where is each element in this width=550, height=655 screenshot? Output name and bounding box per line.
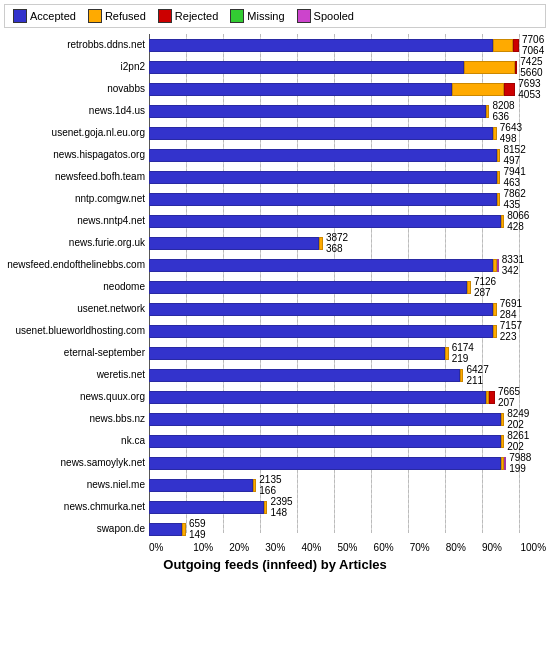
x-label-2: 20%	[221, 542, 257, 553]
bar-value-labels-10: 8331342	[502, 254, 524, 276]
bar-value-bottom: 199	[509, 463, 531, 474]
bar-segment-accepted	[149, 105, 486, 118]
bar-segment-accepted	[149, 369, 460, 382]
bar-segment-rejected	[504, 83, 515, 96]
bar-value-top: 8249	[507, 408, 529, 419]
x-label-10: 100%	[510, 542, 546, 553]
bar-value-bottom: 202	[507, 441, 529, 452]
bar-value-labels-1: 74255660	[520, 56, 542, 78]
bar-segment-refused	[253, 479, 257, 492]
bar-segment-accepted	[149, 281, 467, 294]
bar-value-labels-8: 8066428	[507, 210, 529, 232]
bar-segment-refused	[182, 523, 186, 536]
bars-container: 7706706474255660769340538208636764349881…	[149, 34, 546, 540]
bar-row-11: 7126287	[149, 276, 546, 298]
bar-value-bottom: 287	[474, 287, 496, 298]
y-label-5: news.hispagatos.org	[4, 144, 149, 166]
bar-value-labels-16: 7665207	[498, 386, 520, 408]
bar-value-labels-13: 7157223	[500, 320, 522, 342]
bar-row-22: 659149	[149, 518, 546, 540]
bar-segment-spooled	[504, 457, 506, 470]
bar-value-top: 3872	[326, 232, 348, 243]
bar-segment-accepted	[149, 237, 319, 250]
bar-value-top: 8261	[507, 430, 529, 441]
bar-value-labels-9: 3872368	[326, 232, 348, 254]
bar-segment-refused	[452, 83, 504, 96]
bar-value-top: 7665	[498, 386, 520, 397]
bar-value-bottom: 284	[500, 309, 522, 320]
x-label-9: 90%	[474, 542, 510, 553]
y-label-7: nntp.comgw.net	[4, 188, 149, 210]
y-label-12: usenet.network	[4, 298, 149, 320]
y-label-9: news.furie.org.uk	[4, 232, 149, 254]
bar-value-top: 7157	[500, 320, 522, 331]
bar-value-top: 7941	[503, 166, 525, 177]
bar-value-labels-4: 7643498	[500, 122, 522, 144]
bar-value-top: 7693	[518, 78, 540, 89]
y-label-16: news.quux.org	[4, 386, 149, 408]
bar-segment-spooled	[497, 259, 499, 272]
bar-segment-refused	[445, 347, 449, 360]
bar-row-13: 7157223	[149, 320, 546, 342]
legend-accepted: Accepted	[13, 9, 76, 23]
bar-segment-accepted	[149, 479, 253, 492]
bar-segment-accepted	[149, 215, 501, 228]
legend-label-missing: Missing	[247, 10, 284, 22]
legend: Accepted Refused Rejected Missing Spoole…	[4, 4, 546, 28]
y-label-0: retrobbs.ddns.net	[4, 34, 149, 56]
bar-segment-accepted	[149, 127, 493, 140]
bar-row-8: 8066428	[149, 210, 546, 232]
bar-segment-accepted	[149, 83, 452, 96]
bar-row-19: 7988199	[149, 452, 546, 474]
x-label-4: 40%	[293, 542, 329, 553]
bar-row-21: 2395148	[149, 496, 546, 518]
bar-value-top: 8208	[492, 100, 514, 111]
bar-row-3: 8208636	[149, 100, 546, 122]
bar-row-1: 74255660	[149, 56, 546, 78]
bar-value-labels-3: 8208636	[492, 100, 514, 122]
y-label-10: newsfeed.endofthelinebbs.com	[4, 254, 149, 276]
bar-value-bottom: 368	[326, 243, 348, 254]
bar-segment-accepted	[149, 149, 497, 162]
bar-segment-accepted	[149, 435, 501, 448]
bar-value-top: 6174	[452, 342, 474, 353]
bar-value-top: 7425	[520, 56, 542, 67]
legend-color-missing	[230, 9, 244, 23]
x-label-6: 60%	[366, 542, 402, 553]
bar-value-bottom: 498	[500, 133, 522, 144]
bar-value-bottom: 4053	[518, 89, 540, 100]
bar-value-bottom: 207	[498, 397, 520, 408]
y-label-13: usenet.blueworldhosting.com	[4, 320, 149, 342]
bar-segment-refused	[493, 325, 497, 338]
legend-color-accepted	[13, 9, 27, 23]
bar-row-0: 77067064	[149, 34, 546, 56]
bar-value-top: 7706	[522, 34, 544, 45]
bar-value-bottom: 219	[452, 353, 474, 364]
bar-value-bottom: 435	[503, 199, 525, 210]
bar-value-top: 8331	[502, 254, 524, 265]
bar-row-15: 6427211	[149, 364, 546, 386]
bar-segment-refused	[464, 61, 516, 74]
bar-segment-refused	[486, 105, 490, 118]
bar-value-top: 7126	[474, 276, 496, 287]
bar-segment-refused	[493, 127, 497, 140]
y-label-14: eternal-september	[4, 342, 149, 364]
bar-value-bottom: 166	[259, 485, 281, 496]
y-label-3: news.1d4.us	[4, 100, 149, 122]
chart-body: retrobbs.ddns.neti2pn2novabbsnews.1d4.us…	[4, 34, 546, 553]
bar-value-top: 2395	[270, 496, 292, 507]
bar-segment-accepted	[149, 39, 493, 52]
y-label-21: news.chmurka.net	[4, 496, 149, 518]
bars-region: 7706706474255660769340538208636764349881…	[149, 34, 546, 553]
bar-value-bottom: 497	[503, 155, 525, 166]
bar-segment-accepted	[149, 391, 486, 404]
y-label-2: novabbs	[4, 78, 149, 100]
x-label-0: 0%	[149, 542, 185, 553]
legend-rejected: Rejected	[158, 9, 218, 23]
legend-spooled: Spooled	[297, 9, 354, 23]
bar-row-9: 3872368	[149, 232, 546, 254]
bar-segment-refused	[493, 39, 513, 52]
y-label-22: swapon.de	[4, 518, 149, 540]
bar-value-labels-19: 7988199	[509, 452, 531, 474]
legend-missing: Missing	[230, 9, 284, 23]
